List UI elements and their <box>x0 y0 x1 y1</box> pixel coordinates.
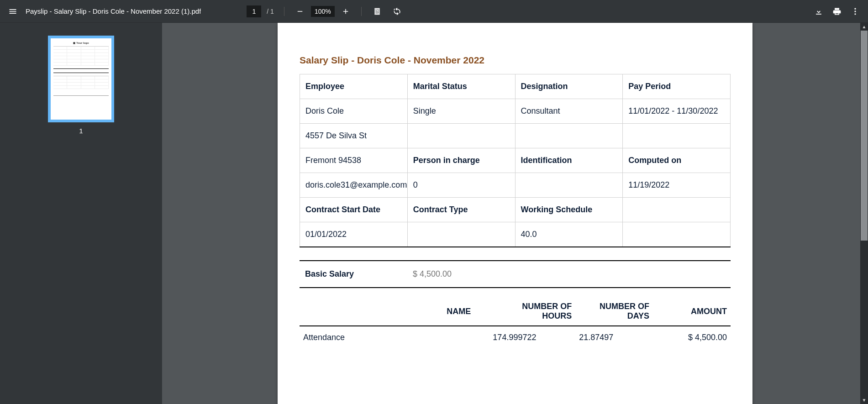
document-viewer[interactable]: Salary Slip - Doris Cole - November 2022… <box>162 23 868 404</box>
slip-title: Salary Slip - Doris Cole - November 2022 <box>300 55 731 66</box>
scroll-down-arrow[interactable]: ▼ <box>860 396 868 404</box>
table-row: Contract Start Date Contract Type Workin… <box>300 198 731 222</box>
menu-icon[interactable] <box>4 2 22 21</box>
more-menu-button[interactable] <box>846 2 864 21</box>
earn-header-name: NAME <box>300 297 489 326</box>
table-row: 01/01/2022 40.0 <box>300 222 731 247</box>
header-computed-on: Computed on <box>623 148 731 173</box>
header-marital: Marital Status <box>407 74 515 99</box>
cell-email: doris.cole31@example.com <box>300 173 408 198</box>
cell-pay-period: 11/01/2022 - 11/30/2022 <box>623 99 731 124</box>
svg-point-0 <box>854 8 856 9</box>
zoom-out-button[interactable] <box>291 2 309 21</box>
download-button[interactable] <box>810 2 828 21</box>
header-working-schedule: Working Schedule <box>515 198 623 222</box>
basic-salary-table: Basic Salary $ 4,500.00 <box>300 260 731 288</box>
header-contract-start: Contract Start Date <box>300 198 408 222</box>
header-employee: Employee <box>300 74 408 99</box>
table-row: Basic Salary $ 4,500.00 <box>300 261 731 288</box>
thumb-logo: ◼ Your logo <box>53 41 109 44</box>
header-contract-type: Contract Type <box>407 198 515 222</box>
table-row: Attendance 174.999722 21.87497 $ 4,500.0… <box>300 326 731 349</box>
cell-address1: 4557 De Silva St <box>300 124 408 148</box>
cell-person-in-charge: 0 <box>407 173 515 198</box>
svg-point-2 <box>854 13 856 15</box>
basic-salary-label: Basic Salary <box>300 261 407 288</box>
table-row: doris.cole31@example.com 0 11/19/2022 <box>300 173 731 198</box>
cell-contract-type <box>407 222 515 247</box>
cell-designation: Consultant <box>515 99 623 124</box>
fit-page-button[interactable] <box>368 2 386 21</box>
header-designation: Designation <box>515 74 623 99</box>
cell-working-schedule: 40.0 <box>515 222 623 247</box>
page-thumbnail-1[interactable]: ◼ Your logo <box>48 36 114 122</box>
scrollbar-track[interactable]: ▲ ▼ <box>860 23 868 404</box>
header-person-in-charge: Person in charge <box>407 148 515 173</box>
earnings-table: NAME NUMBER OF HOURS NUMBER OF DAYS AMOU… <box>300 297 731 349</box>
toolbar-divider <box>284 7 284 16</box>
pdf-page: Salary Slip - Doris Cole - November 2022… <box>278 23 752 404</box>
earn-cell-days: 21.87497 <box>575 326 653 349</box>
rotate-button[interactable] <box>388 2 406 21</box>
basic-salary-value: $ 4,500.00 <box>407 261 731 288</box>
scroll-up-arrow[interactable]: ▲ <box>860 23 868 31</box>
cell-identification <box>515 173 623 198</box>
thumbnail-sidebar: ◼ Your logo <box>0 23 162 404</box>
earn-cell-amount: $ 4,500.00 <box>653 326 731 349</box>
thumbnail-wrapper: ◼ Your logo <box>48 36 114 135</box>
cell-employee: Doris Cole <box>300 99 408 124</box>
cell-contract-start: 01/01/2022 <box>300 222 408 247</box>
thumbnail-page-number: 1 <box>48 127 114 135</box>
earn-cell-name: Attendance <box>300 326 489 349</box>
page-number-input[interactable] <box>247 5 261 17</box>
table-row: Employee Marital Status Designation Pay … <box>300 74 731 99</box>
header-pay-period: Pay Period <box>623 74 731 99</box>
earn-header-hours: NUMBER OF HOURS <box>489 297 575 326</box>
cell-computed-on: 11/19/2022 <box>623 173 731 198</box>
table-row: Doris Cole Single Consultant 11/01/2022 … <box>300 99 731 124</box>
earn-header-days: NUMBER OF DAYS <box>575 297 653 326</box>
main-area: ◼ Your logo <box>0 23 868 404</box>
zoom-level: 100% <box>311 6 335 17</box>
page-separator: / 1 <box>263 8 278 15</box>
employee-info-table: Employee Marital Status Designation Pay … <box>300 74 731 247</box>
cell-marital: Single <box>407 99 515 124</box>
print-button[interactable] <box>828 2 846 21</box>
zoom-in-button[interactable] <box>337 2 355 21</box>
table-row: 4557 De Silva St <box>300 124 731 148</box>
toolbar-center-controls: / 1 100% <box>247 2 406 21</box>
scrollbar-thumb[interactable] <box>861 31 868 241</box>
cell-address2: Fremont 94538 <box>300 148 408 173</box>
table-row: Fremont 94538 Person in charge Identific… <box>300 148 731 173</box>
toolbar-divider <box>361 7 362 16</box>
pdf-toolbar: Payslip - Salary Slip - Doris Cole - Nov… <box>0 0 868 23</box>
svg-point-1 <box>854 10 856 12</box>
header-identification: Identification <box>515 148 623 173</box>
earn-header-amount: AMOUNT <box>653 297 731 326</box>
table-row: NAME NUMBER OF HOURS NUMBER OF DAYS AMOU… <box>300 297 731 326</box>
document-filename: Payslip - Salary Slip - Doris Cole - Nov… <box>26 7 201 15</box>
earn-cell-hours: 174.999722 <box>489 326 575 349</box>
